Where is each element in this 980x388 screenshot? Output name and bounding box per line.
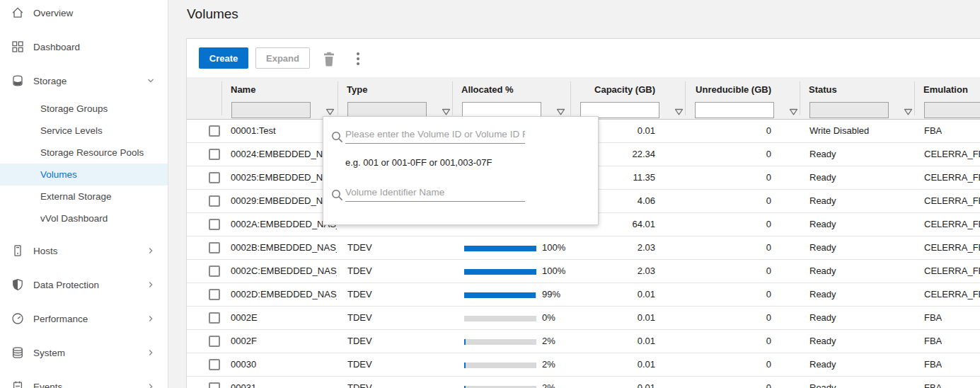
unreducible-cell: 0	[685, 236, 800, 259]
sidebar-item-storage[interactable]: Storage	[0, 64, 168, 98]
emulation-cell: CELERRA_FBA	[924, 260, 980, 283]
column-header-allocated[interactable]: Allocated %	[461, 77, 514, 101]
sidebar-item-label: Events	[33, 382, 145, 388]
sidebar-item-storage-resource-pools[interactable]: Storage Resource Pools	[0, 142, 168, 164]
create-button[interactable]: Create	[199, 47, 248, 69]
volume-identifier-input[interactable]	[345, 187, 525, 202]
column-header-unreducible[interactable]: Unreducible (GB)	[685, 77, 800, 101]
table-row[interactable]: 0002D:EMBEDDED_NAS_...TDEV99%0.010ReadyC…	[187, 283, 980, 307]
row-checkbox[interactable]	[209, 336, 220, 347]
name-filter-popup: e.g. 001 or 001-0FF or 001,003-07F	[323, 116, 599, 225]
filter-input-emulation[interactable]	[924, 102, 980, 118]
filter-input-status[interactable]	[809, 102, 889, 118]
sidebar-item-label: External Storage	[40, 191, 156, 202]
name-cell: 00031	[231, 377, 337, 388]
filter-funnel-icon[interactable]	[789, 106, 798, 114]
sidebar-item-data-protection[interactable]: Data Protection	[0, 268, 168, 302]
table-row[interactable]: 00030TDEV2%0.010ReadyFBA	[187, 353, 980, 377]
emulation-cell: CELERRA_FBA	[924, 143, 980, 166]
chevron-right-icon	[145, 347, 156, 358]
name-cell: 00030	[231, 353, 337, 376]
filter-funnel-icon[interactable]	[904, 106, 913, 114]
sidebar-item-service-levels[interactable]: Service Levels	[0, 120, 168, 142]
chevron-right-icon	[145, 279, 156, 290]
allocated-bar	[464, 269, 536, 275]
table-row[interactable]: 0002C:EMBEDDED_NAS_...TDEV100%2.030Ready…	[187, 260, 980, 283]
sidebar-item-storage-groups[interactable]: Storage Groups	[0, 98, 168, 120]
sidebar-item-label: Performance	[33, 314, 145, 324]
row-checkbox[interactable]	[209, 359, 220, 370]
sidebar-item-dashboard[interactable]: Dashboard	[0, 30, 168, 64]
filter-input-unreducible[interactable]	[695, 102, 774, 118]
table-header: NameTypeAllocated %Capacity (GB)Unreduci…	[187, 77, 980, 120]
sidebar: OverviewDashboardStorageStorage GroupsSe…	[0, 0, 168, 388]
column-header-capacity[interactable]: Capacity (GB)	[570, 77, 685, 101]
table-row[interactable]: 00031TDEV2%0.010ReadyFBA	[187, 377, 980, 388]
name-cell: 00029:EMBEDDED_NAS_...	[231, 190, 337, 212]
column-separator	[800, 81, 800, 115]
type-cell: TDEV	[347, 236, 372, 259]
chevron-right-icon	[145, 381, 156, 388]
status-cell: Ready	[809, 260, 836, 283]
filter-funnel-icon[interactable]	[674, 106, 684, 114]
status-cell: Ready	[809, 213, 836, 236]
unreducible-cell: 0	[685, 307, 800, 329]
sidebar-item-hosts[interactable]: Hosts	[0, 234, 168, 268]
filter-funnel-icon[interactable]	[325, 106, 335, 114]
sidebar-item-overview[interactable]: Overview	[0, 0, 168, 30]
emulation-cell: CELERRA_FBA	[924, 213, 980, 236]
more-actions-button[interactable]	[352, 50, 364, 68]
filter-input-name[interactable]	[231, 102, 311, 118]
sidebar-item-vvol-dashboard[interactable]: vVol Dashboard	[0, 207, 168, 229]
capacity-cell: 0.01	[570, 283, 685, 306]
expand-button[interactable]: Expand	[255, 47, 310, 69]
sidebar-item-volumes[interactable]: Volumes	[0, 164, 168, 186]
name-cell: 00025:EMBEDDED_NAS_...	[231, 166, 337, 189]
row-checkbox[interactable]	[209, 172, 220, 183]
chevron-right-icon	[145, 245, 156, 256]
column-header-status[interactable]: Status	[809, 77, 837, 101]
allocated-label: 99%	[542, 283, 560, 306]
row-checkbox[interactable]	[209, 312, 220, 324]
capacity-cell: 0.01	[570, 307, 685, 329]
table-row[interactable]: 0002FTDEV2%0.010ReadyFBA	[187, 330, 980, 353]
column-header-name[interactable]: Name	[231, 77, 255, 101]
filter-funnel-icon[interactable]	[556, 106, 565, 114]
unreducible-cell: 0	[685, 143, 800, 166]
name-cell: 0002A:EMBEDDED_NAS_...	[231, 213, 337, 236]
sidebar-item-label: Service Levels	[40, 125, 156, 136]
status-cell: Ready	[809, 353, 836, 376]
row-checkbox[interactable]	[209, 266, 220, 277]
name-cell: 0002C:EMBEDDED_NAS_...	[231, 260, 337, 283]
capacity-cell: 0.01	[570, 377, 685, 388]
page-title: Volumes	[187, 6, 238, 22]
unreducible-cell: 0	[685, 190, 800, 212]
row-checkbox[interactable]	[209, 149, 220, 160]
row-checkbox[interactable]	[209, 289, 220, 300]
column-header-type[interactable]: Type	[347, 77, 367, 101]
column-header-emulation[interactable]: Emulation	[923, 77, 968, 101]
table-row[interactable]: 0002ETDEV0%0.010ReadyFBA	[187, 307, 980, 330]
allocated-label: 0%	[542, 307, 555, 329]
row-checkbox[interactable]	[209, 382, 220, 388]
unreducible-cell: 0	[685, 260, 800, 283]
row-checkbox[interactable]	[209, 219, 220, 230]
sidebar-item-label: System	[33, 348, 145, 358]
type-cell: TDEV	[347, 353, 372, 376]
emulation-cell: FBA	[924, 353, 942, 376]
unreducible-cell: 0	[685, 166, 800, 189]
table-row[interactable]: 0002B:EMBEDDED_NAS_...TDEV100%2.030Ready…	[187, 236, 980, 260]
row-checkbox[interactable]	[209, 195, 220, 207]
filter-funnel-icon[interactable]	[442, 106, 451, 114]
sidebar-item-events[interactable]: Events	[0, 370, 168, 388]
sidebar-item-system[interactable]: System	[0, 336, 168, 370]
row-checkbox[interactable]	[209, 125, 220, 137]
capacity-cell: 0.01	[570, 353, 685, 376]
unreducible-cell: 0	[685, 283, 800, 306]
sidebar-item-performance[interactable]: Performance	[0, 302, 168, 336]
row-checkbox[interactable]	[209, 242, 220, 253]
sidebar-item-label: Dashboard	[33, 42, 156, 52]
volume-id-input[interactable]	[345, 129, 525, 144]
sidebar-item-external-storage[interactable]: External Storage	[0, 186, 168, 207]
delete-button[interactable]	[321, 50, 338, 68]
